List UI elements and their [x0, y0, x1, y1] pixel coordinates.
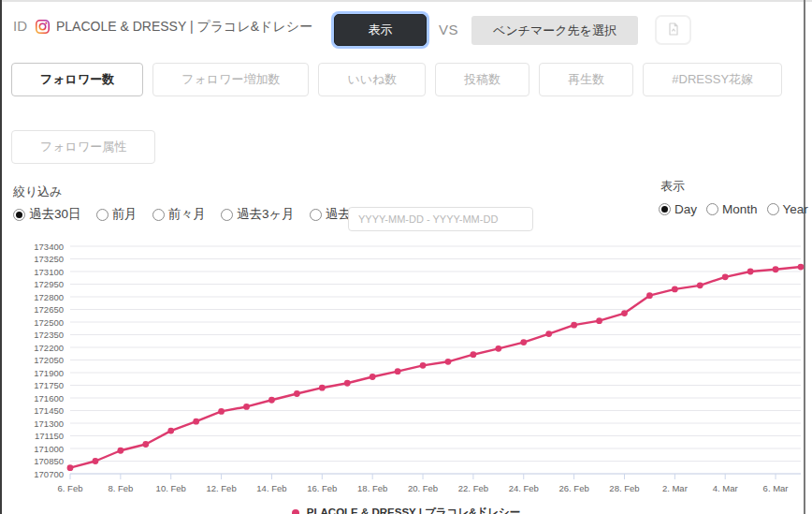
filter-period-radio-group: 過去30日前月前々月過去3ヶ月過去1年: [13, 206, 370, 223]
data-point[interactable]: [370, 374, 376, 380]
data-point[interactable]: [142, 441, 149, 448]
data-point[interactable]: [319, 385, 326, 391]
x-axis-tick-label: 2. Mar: [662, 483, 688, 493]
y-axis-tick-label: 171300: [34, 419, 64, 429]
display-granularity-radio-month[interactable]: Month: [706, 202, 758, 216]
chart-legend-item[interactable]: PLACOLE & DRESSY | プラコレ&ドレシー: [0, 506, 812, 514]
x-axis-tick-label: 6. Mar: [763, 483, 789, 493]
data-point[interactable]: [545, 330, 552, 337]
radio-circle-icon: [706, 203, 718, 215]
data-point[interactable]: [67, 464, 74, 471]
tab-follower-growth[interactable]: フォロワー増加数: [152, 63, 309, 96]
data-point[interactable]: [697, 282, 703, 288]
data-point[interactable]: [117, 448, 123, 454]
instagram-icon: [35, 19, 51, 35]
id-label: ID: [13, 18, 27, 34]
filter-period-radio-last-30-days[interactable]: 過去30日: [13, 206, 81, 223]
x-axis-tick-label: 16. Feb: [307, 483, 337, 493]
filter-period-radio-label: 過去30日: [29, 206, 81, 223]
export-report-button[interactable]: [655, 15, 691, 45]
x-axis-tick-label: 22. Feb: [458, 483, 488, 493]
x-axis-tick-label: 28. Feb: [609, 483, 639, 493]
y-axis-tick-label: 173250: [34, 254, 64, 264]
legend-series-name: PLACOLE & DRESSY | プラコレ&ドレシー: [307, 507, 521, 514]
x-axis-tick-label: 18. Feb: [357, 483, 387, 493]
tab-likes[interactable]: いいね数: [318, 63, 426, 96]
display-granularity-radio-day[interactable]: Day: [659, 202, 697, 216]
select-benchmark-button[interactable]: ベンチマーク先を選択: [471, 16, 638, 45]
data-point[interactable]: [596, 317, 602, 324]
x-axis-tick-label: 24. Feb: [509, 483, 539, 493]
vs-label: VS: [439, 22, 458, 37]
x-axis-tick-label: 20. Feb: [408, 483, 438, 493]
x-axis-tick-label: 10. Feb: [156, 483, 186, 493]
data-point[interactable]: [773, 266, 779, 272]
tab-follower-attributes[interactable]: フォロワー属性: [11, 130, 155, 164]
tab-plays[interactable]: 再生数: [539, 63, 633, 96]
filter-section-label: 絞り込み: [13, 184, 63, 200]
radio-circle-icon: [767, 203, 779, 215]
data-point[interactable]: [495, 345, 501, 352]
filter-period-radio-last-month[interactable]: 前月: [96, 206, 138, 223]
display-granularity-radio-label: Year: [783, 202, 808, 216]
show-button[interactable]: 表示: [334, 14, 427, 46]
display-granularity-radio-label: Day: [674, 202, 697, 216]
date-range-input[interactable]: [348, 207, 533, 231]
data-point[interactable]: [243, 404, 250, 410]
data-point[interactable]: [167, 428, 174, 434]
radio-circle-icon: [221, 209, 233, 221]
data-point[interactable]: [646, 292, 653, 299]
filter-period-radio-label: 前月: [112, 206, 138, 223]
tab-followers[interactable]: フォロワー数: [11, 63, 143, 96]
y-axis-tick-label: 170850: [34, 456, 64, 466]
display-granularity-radio-label: Month: [722, 202, 758, 216]
radio-circle-icon: [96, 209, 109, 221]
y-axis-tick-label: 171150: [35, 431, 64, 441]
analytics-page: ID PLACOLE & DRESSY | プラコレ&ドレシー 表示 VS ベン…: [0, 0, 812, 514]
y-axis-tick-label: 173100: [34, 267, 64, 277]
data-point[interactable]: [571, 322, 577, 329]
data-point[interactable]: [93, 458, 99, 464]
radio-circle-icon: [13, 209, 25, 221]
y-axis-tick-label: 173400: [34, 242, 64, 252]
display-section-label: 表示: [660, 178, 685, 195]
data-point[interactable]: [470, 351, 476, 358]
x-axis-tick-label: 14. Feb: [256, 483, 286, 493]
y-axis-tick-label: 172050: [34, 355, 64, 365]
data-point[interactable]: [420, 362, 427, 369]
y-axis-tick-label: 171450: [34, 405, 64, 416]
data-point[interactable]: [344, 380, 351, 387]
data-point[interactable]: [445, 359, 452, 365]
data-point[interactable]: [294, 390, 300, 397]
data-point[interactable]: [268, 397, 275, 404]
data-point[interactable]: [672, 286, 678, 293]
data-point[interactable]: [621, 310, 628, 316]
filter-period-radio-label: 前々月: [168, 206, 207, 223]
y-axis-tick-label: 171750: [34, 380, 64, 390]
x-axis-tick-label: 8. Feb: [108, 483, 133, 493]
window-top-edge: [0, 0, 812, 2]
y-axis-tick-label: 172800: [34, 292, 64, 302]
filter-period-radio-last-3-months[interactable]: 過去3ヶ月: [221, 206, 295, 223]
x-axis-tick-label: 26. Feb: [559, 483, 589, 493]
tab-dressy-hashtag[interactable]: #DRESSY花嫁: [643, 63, 782, 96]
y-axis-tick-label: 172500: [34, 317, 64, 328]
y-axis-tick-label: 170700: [34, 469, 64, 479]
y-axis-tick-label: 172200: [34, 343, 64, 353]
display-granularity-radio-year[interactable]: Year: [767, 202, 808, 216]
radio-circle-icon: [152, 209, 165, 221]
data-point[interactable]: [193, 419, 199, 425]
tab-posts[interactable]: 投稿数: [435, 63, 529, 96]
file-export-icon: [666, 22, 681, 39]
data-point[interactable]: [520, 339, 527, 345]
legend-marker-icon: [292, 509, 299, 514]
data-point[interactable]: [722, 273, 729, 280]
data-point[interactable]: [798, 264, 805, 271]
x-axis-tick-label: 6. Feb: [58, 483, 83, 493]
data-point[interactable]: [218, 408, 225, 415]
data-point[interactable]: [395, 368, 401, 374]
x-axis-tick-label: 4. Mar: [713, 483, 738, 493]
radio-circle-icon: [310, 209, 322, 221]
data-point[interactable]: [747, 269, 754, 275]
filter-period-radio-month-before-last[interactable]: 前々月: [152, 206, 207, 223]
